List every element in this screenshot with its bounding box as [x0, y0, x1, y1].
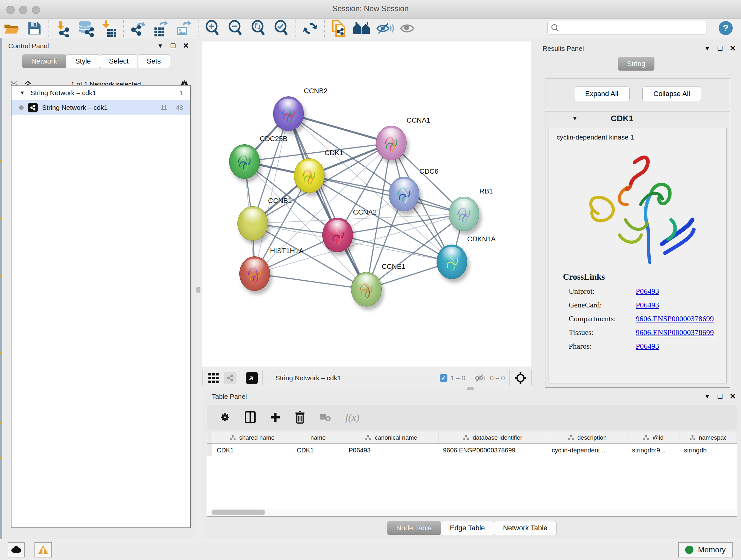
- hscrollbar-thumb[interactable]: [212, 509, 265, 515]
- network-node-cdc6[interactable]: [389, 177, 419, 211]
- title-bar: Session: New Session: [0, 0, 741, 18]
- tree-expand-icon[interactable]: ▼: [20, 90, 25, 96]
- birdseye-view-button[interactable]: [246, 372, 258, 384]
- export-network-button[interactable]: [126, 19, 149, 37]
- crosslink-link-pharos[interactable]: P06493: [636, 342, 659, 351]
- save-session-button[interactable]: [23, 19, 46, 37]
- table-options-gear-icon[interactable]: [219, 412, 230, 423]
- import-network-button[interactable]: [52, 19, 75, 37]
- table-panel-float-button[interactable]: ❑: [718, 393, 723, 400]
- tab-node-table[interactable]: Node Table: [387, 521, 441, 535]
- network-node-ccnb1[interactable]: [238, 206, 268, 241]
- column-header-name[interactable]: name: [292, 432, 344, 443]
- expand-all-button[interactable]: Expand All: [574, 86, 630, 101]
- protein-thumbnail-icon: [235, 151, 254, 172]
- import-network-from-database-button[interactable]: [75, 19, 98, 37]
- network-thumbnail-icon[interactable]: [224, 372, 237, 384]
- tab-select[interactable]: Select: [100, 54, 138, 68]
- table-cell[interactable]: 9606.ENSP00000378699: [439, 444, 547, 456]
- grid-view-icon[interactable]: [208, 372, 219, 384]
- network-node-label: CCNE1: [382, 262, 406, 271]
- table-cell[interactable]: cyclin-dependent ...: [547, 444, 628, 456]
- open-session-button[interactable]: [0, 19, 23, 37]
- crosslink-link-genecard[interactable]: P06493: [636, 301, 659, 309]
- memory-button[interactable]: Memory: [678, 542, 733, 557]
- gene-entry-section: ▼ CDK1 cyclin-dependent kinase 1: [545, 111, 730, 388]
- clone-network-button[interactable]: [327, 19, 350, 37]
- help-button[interactable]: ?: [719, 21, 733, 35]
- apply-style-refresh-button[interactable]: [299, 19, 322, 37]
- table-cell[interactable]: CDK1: [212, 444, 292, 456]
- zoom-out-button[interactable]: [224, 19, 247, 37]
- zoom-selected-button[interactable]: [270, 19, 293, 37]
- export-table-button[interactable]: [149, 19, 172, 37]
- zoom-fit-button[interactable]: [247, 19, 270, 37]
- create-column-plus-icon[interactable]: [270, 412, 281, 423]
- show-columns-icon[interactable]: [245, 411, 256, 424]
- column-header-description[interactable]: description: [547, 432, 628, 443]
- string-home-button[interactable]: [350, 19, 374, 37]
- column-label: @id: [653, 434, 664, 441]
- crosshair-icon[interactable]: [514, 372, 527, 384]
- network-node-ccne1[interactable]: [351, 272, 382, 307]
- crosslink-link-tissues[interactable]: 9606.ENSP00000378699: [636, 328, 714, 337]
- network-node-ccna1[interactable]: [376, 126, 407, 160]
- control-panel-menu-button[interactable]: ▼: [157, 43, 163, 50]
- results-panel-close-button[interactable]: ✕: [730, 44, 736, 53]
- cloud-status-button[interactable]: [8, 542, 25, 557]
- table-row[interactable]: CDK1CDK1P064939606.ENSP00000378699cyclin…: [207, 444, 737, 456]
- control-panel-float-button[interactable]: ❑: [171, 42, 176, 50]
- export-image-button[interactable]: [172, 19, 195, 37]
- tab-sets[interactable]: Sets: [138, 54, 170, 68]
- crosslink-link-compartments[interactable]: 9606.ENSP00000378699: [636, 314, 714, 323]
- left-splitter-handle[interactable]: [196, 287, 200, 293]
- tab-edge-table[interactable]: Edge Table: [441, 521, 494, 535]
- results-panel-menu-button[interactable]: ▼: [704, 45, 711, 52]
- search-input[interactable]: [559, 24, 699, 32]
- delete-column-trash-icon[interactable]: [295, 411, 305, 424]
- toolbar-separator: [123, 20, 124, 37]
- tab-style[interactable]: Style: [66, 54, 100, 68]
- crosslink-label: Pharos:: [569, 342, 636, 351]
- table-panel-close-button[interactable]: ✕: [730, 392, 736, 401]
- entry-collapse-icon[interactable]: ▼: [572, 116, 578, 122]
- network-node-cdk1[interactable]: [294, 159, 325, 193]
- tab-network[interactable]: Network: [22, 54, 66, 68]
- table-hscrollbar[interactable]: [207, 508, 737, 516]
- network-collection-row[interactable]: ▼ String Network – cdk1 1: [11, 85, 190, 100]
- column-header-id[interactable]: @id: [627, 432, 679, 443]
- network-node-cdkn1a[interactable]: [436, 245, 467, 279]
- hide-glass-effect-button[interactable]: [374, 19, 396, 37]
- table-panel-menu-button[interactable]: ▼: [704, 393, 711, 400]
- table-cell[interactable]: P06493: [344, 444, 439, 456]
- show-hidden-button[interactable]: [396, 19, 419, 37]
- table-cell[interactable]: stringdb:9...: [627, 444, 679, 456]
- network-node-cdc25b[interactable]: [229, 144, 260, 179]
- crosslink-link-uniprot[interactable]: P06493: [636, 287, 659, 296]
- gene-entry-header[interactable]: ▼ CDK1: [545, 111, 730, 126]
- toolbar-separator: [198, 20, 199, 37]
- column-header-namespac[interactable]: namespac: [679, 432, 737, 443]
- tab-string[interactable]: String: [618, 57, 655, 71]
- tab-network-table[interactable]: Network Table: [494, 521, 556, 535]
- column-label: description: [577, 434, 607, 441]
- selected-checkbox-icon[interactable]: ✓: [440, 374, 448, 382]
- network-node-ccnb2[interactable]: [273, 97, 304, 131]
- network-row-selected[interactable]: String Network – cdk1 1148: [11, 100, 190, 115]
- zoom-in-button[interactable]: [201, 19, 224, 37]
- collapse-all-button[interactable]: Collapse All: [643, 86, 701, 101]
- network-node-ccna2[interactable]: [322, 218, 353, 252]
- toolbar-separator: [295, 20, 296, 37]
- results-panel-float-button[interactable]: ❑: [718, 45, 723, 52]
- network-node-hist1h1a[interactable]: [239, 256, 270, 291]
- column-header-canonical-name[interactable]: canonical name: [344, 432, 439, 443]
- column-header-database-identifier[interactable]: database identifier: [439, 432, 547, 443]
- network-canvas[interactable]: CCNB2CCNA1CDC25BCDK1CDC6RB1CCNB1CCNA2CDK…: [202, 42, 531, 367]
- import-table-button[interactable]: [98, 19, 121, 37]
- network-node-rb1[interactable]: [449, 197, 479, 231]
- warnings-button[interactable]: [35, 542, 52, 557]
- control-panel-close-button[interactable]: ✕: [183, 42, 189, 50]
- column-header-shared-name[interactable]: shared name: [212, 432, 292, 443]
- table-cell[interactable]: CDK1: [292, 444, 344, 456]
- table-cell[interactable]: stringdb: [679, 444, 737, 456]
